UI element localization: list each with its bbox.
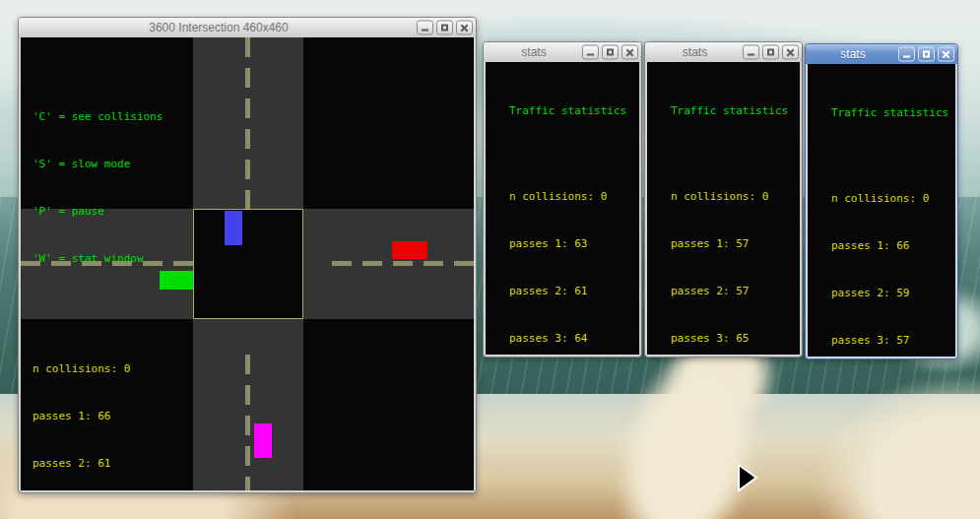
lane-divider-south <box>245 355 250 490</box>
minimize-button[interactable] <box>582 45 599 60</box>
minimize-icon <box>583 46 598 59</box>
stats-canvas[interactable]: Traffic statistics n collisions: 0 passe… <box>808 64 955 357</box>
maximize-icon <box>763 46 778 59</box>
window-title: stats <box>488 45 580 59</box>
lane-divider-north <box>245 37 250 209</box>
intersection-box <box>193 209 303 319</box>
close-icon <box>622 46 637 59</box>
stat-line: passes 1: 63 <box>509 236 637 252</box>
close-button[interactable] <box>782 45 799 60</box>
help-line: 'S' = slow mode <box>33 157 163 172</box>
maximize-button[interactable] <box>602 45 619 60</box>
stats-body: Traffic statistics n collisions: 0 passe… <box>647 62 800 355</box>
stats-canvas[interactable]: Traffic statistics n collisions: 0 passe… <box>647 62 800 355</box>
minimize-icon <box>744 46 758 59</box>
lane-divider-east <box>332 261 474 266</box>
help-line: 'W' = stat window <box>33 251 163 267</box>
stats-heading: Traffic statistics <box>671 103 798 119</box>
titlebar[interactable]: stats <box>484 42 641 62</box>
window-title: 3600 Intersection 460x460 <box>23 21 415 34</box>
help-line: 'C' = see collisions <box>33 109 163 125</box>
stat-line: passes 2: 61 <box>33 456 163 472</box>
close-icon <box>783 46 798 59</box>
window-buttons <box>417 21 473 35</box>
close-icon <box>457 22 472 34</box>
maximize-icon <box>919 48 934 61</box>
stats-canvas[interactable]: Traffic statistics n collisions: 0 passe… <box>486 62 639 355</box>
titlebar[interactable]: 3600 Intersection 460x460 <box>19 18 476 37</box>
minimize-button[interactable] <box>898 47 915 62</box>
maximize-icon <box>437 22 452 34</box>
stat-line: passes 2: 61 <box>509 284 637 299</box>
stat-line: passes 3: 64 <box>509 331 637 347</box>
close-button[interactable] <box>456 21 473 35</box>
stats-text: n collisions: 0 passes 1: 66 passes 2: 6… <box>33 330 163 490</box>
maximize-button[interactable] <box>436 21 453 35</box>
stats-text: n collisions: 0 passes 1: 66 passes 2: 5… <box>831 160 953 357</box>
stats-heading: Traffic statistics <box>509 103 637 119</box>
car-green <box>160 271 193 290</box>
stat-line: passes 1: 66 <box>831 238 953 254</box>
window-title: stats <box>810 47 896 61</box>
stat-line: n collisions: 0 <box>33 361 163 377</box>
stat-line: passes 1: 66 <box>33 409 163 424</box>
titlebar[interactable]: stats <box>645 42 802 62</box>
car-magenta <box>254 423 272 458</box>
close-button[interactable] <box>621 45 638 60</box>
stats-text: n collisions: 0 passes 1: 57 passes 2: 5… <box>671 158 798 355</box>
window-buttons <box>743 45 799 60</box>
window-buttons <box>582 45 638 60</box>
stats-window: stats Traffic statistics n collisions: 0… <box>483 41 642 357</box>
stat-line: n collisions: 0 <box>509 189 637 205</box>
close-button[interactable] <box>938 47 954 62</box>
minimize-button[interactable] <box>743 45 759 60</box>
car-red <box>392 241 427 259</box>
simulation-canvas[interactable]: 'C' = see collisions 'S' = slow mode 'P'… <box>21 37 474 490</box>
minimize-icon <box>899 48 914 61</box>
desktop: { "theme": { "canvas_bg": "#070707", "ro… <box>0 0 980 519</box>
help-line: 'P' = pause <box>33 204 163 220</box>
stat-line: n collisions: 0 <box>831 191 953 207</box>
maximize-button[interactable] <box>762 45 779 60</box>
minimize-button[interactable] <box>417 21 433 35</box>
stats-heading: Traffic statistics <box>831 105 953 121</box>
car-blue <box>225 211 242 245</box>
stats-text: n collisions: 0 passes 1: 63 passes 2: 6… <box>509 158 637 355</box>
stat-line: passes 2: 59 <box>831 286 953 301</box>
maximize-icon <box>603 46 618 59</box>
stats-body: Traffic statistics n collisions: 0 passe… <box>808 64 955 357</box>
help-text: 'C' = see collisions 'S' = slow mode 'P'… <box>33 78 163 298</box>
close-icon <box>939 48 953 61</box>
stat-line: passes 2: 57 <box>671 284 798 299</box>
minimize-icon <box>418 22 432 34</box>
window-buttons <box>898 47 954 62</box>
window-title: stats <box>649 45 741 59</box>
stat-line: passes 1: 57 <box>671 236 798 252</box>
stats-body: Traffic statistics n collisions: 0 passe… <box>486 62 639 355</box>
stat-line: passes 3: 57 <box>831 333 953 349</box>
titlebar[interactable]: stats <box>806 44 957 64</box>
stat-line: n collisions: 0 <box>671 189 798 205</box>
stats-window-active: stats Traffic statistics n collisions: 0… <box>805 43 958 359</box>
mouse-cursor <box>737 464 758 491</box>
stats-window: stats Traffic statistics n collisions: 0… <box>644 41 803 357</box>
console-text: 'C' = see collisions 'S' = slow mode 'P'… <box>33 46 163 490</box>
intersection-window: 3600 Intersection 460x460 'C' = see coll… <box>18 17 477 493</box>
maximize-button[interactable] <box>918 47 935 62</box>
stat-line: passes 3: 65 <box>671 331 798 347</box>
